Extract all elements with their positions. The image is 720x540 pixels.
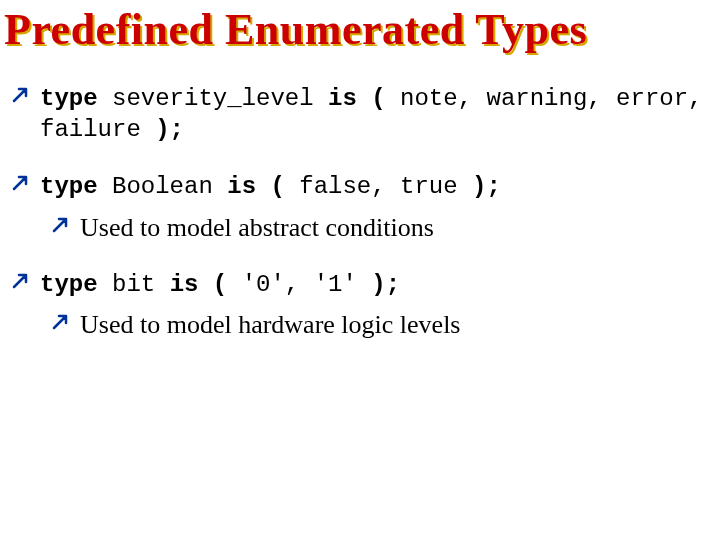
arrow-icon <box>12 85 30 103</box>
sub-bullet-row: Used to model abstract conditions <box>4 213 720 243</box>
sub-bullet-text: Used to model abstract conditions <box>80 213 434 243</box>
bullet-list: type severity_level is ( note, warning, … <box>4 83 720 340</box>
slide-title: Predefined Enumerated Types <box>4 4 720 55</box>
bullet-item: type severity_level is ( note, warning, … <box>4 83 720 145</box>
bullet-row: type Boolean is ( false, true ); <box>4 171 720 202</box>
bullet-row: type bit is ( '0', '1' ); <box>4 269 720 300</box>
bullet-item: type bit is ( '0', '1' );Used to model h… <box>4 269 720 340</box>
sub-bullet-text: Used to model hardware logic levels <box>80 310 461 340</box>
sub-bullet-row: Used to model hardware logic levels <box>4 310 720 340</box>
arrow-icon <box>52 215 70 233</box>
code-line: type bit is ( '0', '1' ); <box>40 269 400 300</box>
arrow-icon <box>12 271 30 289</box>
bullet-item: type Boolean is ( false, true );Used to … <box>4 171 720 242</box>
bullet-row: type severity_level is ( note, warning, … <box>4 83 720 145</box>
code-line: type Boolean is ( false, true ); <box>40 171 501 202</box>
arrow-icon <box>52 312 70 330</box>
code-line: type severity_level is ( note, warning, … <box>40 83 720 145</box>
arrow-icon <box>12 173 30 191</box>
